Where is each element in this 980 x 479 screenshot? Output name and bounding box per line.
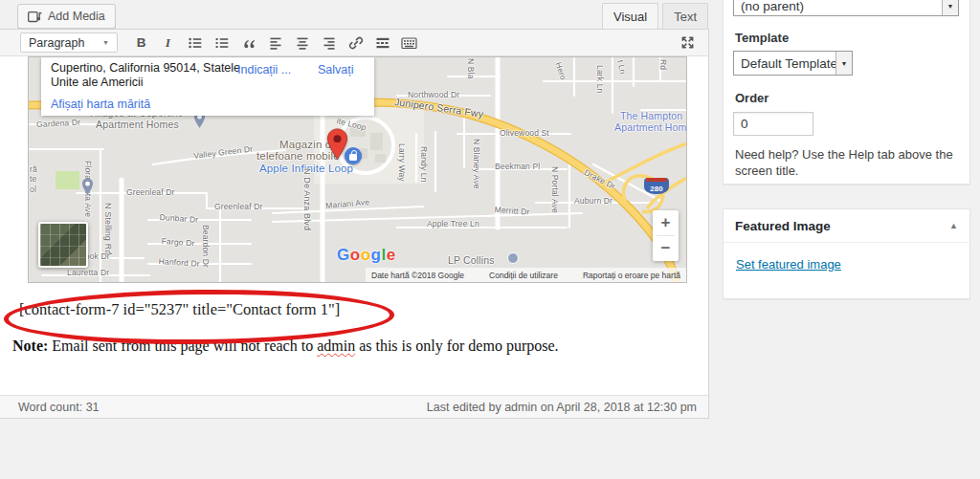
- zoom-out-button[interactable]: −: [653, 236, 679, 261]
- word-count: Word count: 31: [18, 401, 100, 414]
- align-left-icon: [268, 35, 283, 51]
- google-map-embed[interactable]: Gardena DrVillages at CupertinoApartment…: [28, 56, 687, 283]
- map-label: Valley Green Dr: [193, 144, 254, 160]
- school-poi-pin-icon[interactable]: [81, 178, 94, 196]
- page-attributes-help-text: Need help? Use the Help tab above the sc…: [735, 146, 953, 179]
- map-label: ol: [30, 185, 36, 194]
- align-left-button[interactable]: [263, 33, 287, 54]
- select-arrow-icon: ▼: [835, 52, 852, 75]
- map-label: Merritt Dr: [494, 206, 529, 216]
- map-label: Rd: [659, 59, 668, 70]
- template-select-value: Default Template: [734, 56, 835, 71]
- interstate-280-shield: 280: [644, 178, 669, 194]
- map-zoom-control: + −: [653, 210, 679, 261]
- featured-image-title: Featured Image: [735, 219, 831, 233]
- select-arrow-icon: ▼: [942, 0, 958, 15]
- directions-link[interactable]: Indicații ...: [237, 63, 291, 76]
- map-marker-pin[interactable]: [326, 128, 348, 161]
- zoom-in-button[interactable]: +: [653, 210, 679, 235]
- note-misspelled-word: admin: [317, 337, 355, 354]
- toolbar-toggle-icon: [401, 35, 417, 51]
- map-label: Hero: [554, 61, 568, 81]
- map-label: Greenleaf Dr: [214, 203, 262, 211]
- map-label: Apartment Homes: [614, 122, 687, 133]
- collapse-toggle-icon[interactable]: ▲: [949, 221, 958, 230]
- google-logo-letter: o: [350, 246, 361, 264]
- map-label: Randy Ln: [420, 146, 429, 183]
- tab-visual[interactable]: Visual: [602, 3, 658, 29]
- map-label: ră: [30, 165, 37, 174]
- order-label: Order: [735, 91, 768, 105]
- shield-number: 280: [644, 185, 669, 193]
- featured-image-header[interactable]: Featured Image ▲: [724, 209, 969, 243]
- note-text-after: as this is only for demo purpose.: [355, 337, 558, 354]
- map-label: Larry Way: [398, 143, 407, 182]
- blockquote-button[interactable]: [236, 33, 260, 54]
- order-input[interactable]: [733, 112, 813, 136]
- school-circle-icon[interactable]: [507, 252, 519, 264]
- link-button[interactable]: [344, 33, 368, 54]
- paragraph-select-value: Paragraph: [29, 36, 84, 50]
- map-label: t Ln: [616, 59, 627, 75]
- shield-red-band: [646, 178, 667, 182]
- blockquote-icon: [241, 35, 256, 51]
- page-attributes-panel: (no parent) ▼ Template Default Template …: [723, 0, 970, 185]
- satellite-view-thumbnail[interactable]: [38, 222, 88, 268]
- link-icon: [348, 35, 364, 51]
- map-label: Junipero Serra Fwy: [394, 97, 484, 119]
- google-logo-letter: G: [337, 246, 350, 264]
- map-label: Gardena Dr: [36, 119, 80, 129]
- map-label: N Portal Ave: [551, 166, 560, 213]
- view-larger-map-link[interactable]: Afișați harta mărită: [51, 98, 150, 111]
- map-label: Dunbar Dr: [159, 213, 198, 224]
- map-label: Lauretta Dr: [67, 269, 109, 277]
- parent-page-select[interactable]: (no parent) ▼: [733, 0, 959, 16]
- wordpress-page-editor: Add Media Visual Text Paragraph ▼ B I: [0, 0, 980, 479]
- read-more-icon: [375, 35, 390, 51]
- read-more-button[interactable]: [370, 33, 394, 54]
- add-media-label: Add Media: [48, 10, 105, 23]
- tab-text[interactable]: Text: [662, 3, 708, 29]
- report-map-error-link[interactable]: Raportați o eroare pe hartă: [583, 271, 680, 280]
- map-info-window: Cupertino, California 95014, Statele Uni…: [41, 57, 374, 116]
- bullet-list-button[interactable]: [183, 33, 207, 54]
- align-center-icon: [295, 35, 310, 51]
- save-link[interactable]: Salvați: [318, 63, 354, 76]
- last-edited: Last edited by admin on April 28, 2018 a…: [427, 401, 697, 414]
- map-label: Apartment Homes: [96, 120, 179, 130]
- map-label: N Bla: [467, 58, 476, 79]
- align-right-button[interactable]: [317, 33, 341, 54]
- map-label: The Hampton: [620, 111, 682, 121]
- note-label: Note:: [12, 337, 48, 354]
- map-data-copyright: Date hartă ©2018 Google: [371, 271, 464, 280]
- paragraph-format-select[interactable]: Paragraph ▼: [20, 33, 118, 53]
- template-select[interactable]: Default Template ▼: [733, 51, 853, 76]
- map-label: N De Anza Blvd: [302, 168, 311, 230]
- terms-of-use-link[interactable]: Condiții de utilizare: [489, 271, 558, 280]
- add-media-button[interactable]: Add Media: [17, 4, 116, 29]
- map-label: LP Collins: [448, 255, 495, 266]
- map-label: Greenleaf Dr: [126, 188, 174, 197]
- toolbar-toggle-button[interactable]: [397, 33, 421, 54]
- map-label: Beekman Pl: [495, 163, 540, 171]
- editor-status-bar: Word count: 31 Last edited by admin on A…: [0, 395, 708, 418]
- map-label: N Stelling Rd: [103, 203, 112, 254]
- fullscreen-button[interactable]: [676, 33, 700, 54]
- bullet-list-icon: [188, 35, 203, 51]
- align-center-button[interactable]: [290, 33, 314, 54]
- google-logo-letter: o: [361, 246, 371, 264]
- numbered-list-button[interactable]: [210, 33, 234, 54]
- editor-box: Paragraph ▼ B I: [0, 29, 709, 419]
- map-label: Apple Tree Ln: [427, 220, 479, 229]
- map-label: N Blaney Ave: [473, 139, 481, 189]
- bold-button[interactable]: B: [129, 33, 153, 54]
- set-featured-image-link[interactable]: Set featured image: [736, 257, 841, 272]
- map-label: Hanford Dr: [158, 257, 200, 268]
- featured-image-panel: Featured Image ▲ Set featured image: [723, 208, 970, 299]
- editor-content-area[interactable]: Gardena DrVillages at CupertinoApartment…: [0, 56, 708, 395]
- italic-button[interactable]: I: [156, 33, 180, 54]
- google-logo[interactable]: Google: [337, 246, 396, 265]
- bold-icon: B: [137, 35, 146, 50]
- info-address-line1: Cupertino, California 95014, Statele: [51, 61, 240, 76]
- editor-toolbar: Paragraph ▼ B I: [0, 30, 708, 56]
